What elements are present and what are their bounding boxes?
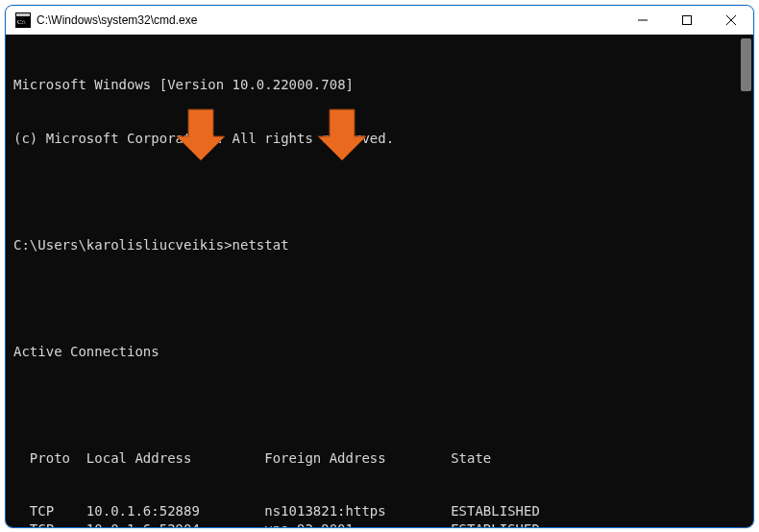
scrollbar[interactable] (741, 38, 751, 523)
connection-row: TCP10.0.1.6:52904vps-93:9001ESTABLISHED (13, 520, 753, 528)
cell-local: 10.0.1.6:52904 (86, 520, 264, 528)
cmd-icon: C:\ (15, 12, 31, 28)
blank-line (13, 289, 753, 307)
blank-line (13, 182, 753, 201)
cell-local: 10.0.1.6:52889 (86, 502, 264, 520)
blank-line (13, 396, 753, 414)
header-row: ProtoLocal AddressForeign AddressState (13, 449, 753, 468)
prompt-line: C:\Users\karolisliucveikis>netstat (13, 236, 753, 254)
titlebar[interactable]: C:\ C:\Windows\system32\cmd.exe (6, 6, 753, 35)
header-state: State (451, 449, 491, 468)
cell-proto: TCP (30, 502, 86, 520)
cell-foreign: ns1013821:https (264, 502, 451, 520)
header-proto: Proto (30, 449, 86, 468)
version-line: Microsoft Windows [Version 10.0.22000.70… (13, 76, 753, 94)
svg-rect-4 (683, 16, 692, 25)
window-title: C:\Windows\system32\cmd.exe (37, 13, 197, 27)
cmd-window: C:\ C:\Windows\system32\cmd.exe Microsof… (5, 5, 754, 528)
connection-row: TCP10.0.1.6:52889ns1013821:httpsESTABLIS… (13, 502, 753, 520)
scrollbar-thumb[interactable] (741, 38, 751, 91)
svg-rect-1 (16, 13, 30, 16)
active-connections-line: Active Connections (13, 343, 753, 361)
cell-state: ESTABLISHED (451, 520, 540, 528)
cell-proto: TCP (30, 520, 86, 528)
copyright-line: (c) Microsoft Corporation. All rights re… (13, 130, 753, 148)
minimize-button[interactable] (621, 6, 665, 35)
terminal-area[interactable]: Microsoft Windows [Version 10.0.22000.70… (6, 35, 753, 527)
close-button[interactable] (709, 6, 753, 35)
header-foreign: Foreign Address (264, 449, 451, 468)
window-controls (621, 6, 753, 35)
cell-state: ESTABLISHED (451, 502, 540, 520)
maximize-button[interactable] (665, 6, 709, 35)
header-local: Local Address (86, 449, 264, 468)
svg-text:C:\: C:\ (17, 18, 26, 26)
cell-foreign: vps-93:9001 (264, 520, 451, 528)
